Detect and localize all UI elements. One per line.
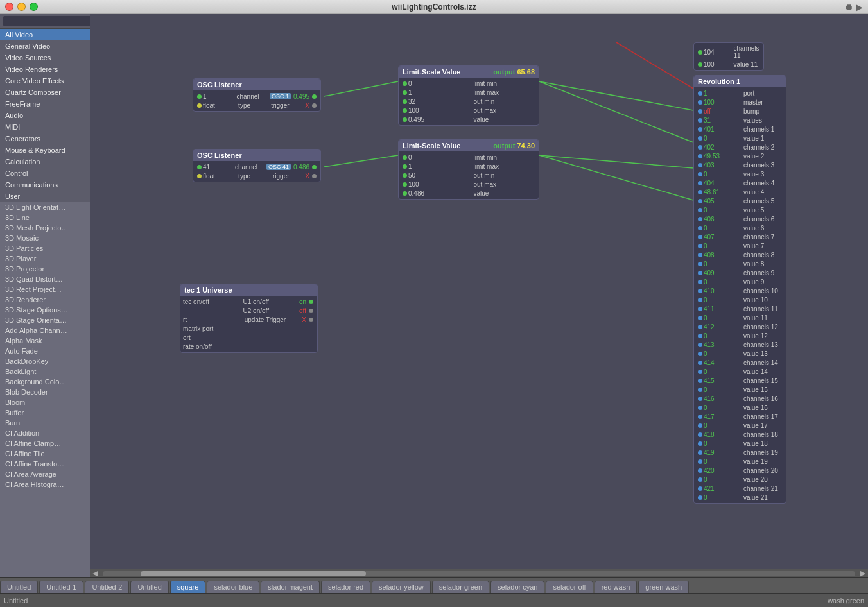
sidebar-item-3d-stage-options[interactable]: 3D Stage Options…	[0, 305, 90, 315]
sidebar-category-core-video-effects[interactable]: Core Video Effects	[0, 75, 90, 87]
port-dot	[698, 334, 702, 338]
tab-selador-red[interactable]: selador red	[321, 581, 370, 593]
sidebar-item-3d-light-orientat[interactable]: 3D Light Orientat…	[0, 202, 90, 212]
sidebar-item-3d-renderer[interactable]: 3D Renderer	[0, 295, 90, 305]
minimize-button[interactable]	[17, 3, 26, 11]
port-dot	[698, 199, 702, 203]
sidebar-item-buffer[interactable]: Buffer	[0, 407, 90, 418]
limit2-row: 0.486 value	[399, 189, 539, 198]
port-dot	[698, 289, 702, 293]
revolution-row: 421 channels 21	[694, 484, 786, 493]
tab-untitled-1[interactable]: Untitled-1	[39, 581, 83, 593]
sidebar-item-ci-affine-transfo[interactable]: CI Affine Transfo…	[0, 459, 90, 469]
revolution-row: 0 value 20	[694, 475, 786, 484]
port-dot	[698, 325, 702, 329]
sidebar-category-video-sources[interactable]: Video Sources	[0, 52, 90, 64]
sidebar-category-communications[interactable]: Communications	[0, 179, 90, 191]
close-button[interactable]	[5, 3, 13, 11]
sidebar-category-mouse-&-keyboard[interactable]: Mouse & Keyboard	[0, 144, 90, 156]
sidebar-category-generators[interactable]: Generators	[0, 133, 90, 144]
tab-slador-magent[interactable]: slador magent	[261, 581, 320, 593]
tab-selador-yellow[interactable]: selador yellow	[372, 581, 431, 593]
tab-green-wash[interactable]: green wash	[638, 581, 689, 593]
sidebar-item-background-colo[interactable]: Background Colo…	[0, 377, 90, 387]
channels-top-node: 104 channels 11 100 value 11	[693, 42, 764, 71]
sidebar-item-3d-mesh-projecto[interactable]: 3D Mesh Projecto…	[0, 223, 90, 233]
sidebar-item-3d-player[interactable]: 3D Player	[0, 253, 90, 264]
sidebar-item-ci-area-histogra[interactable]: CI Area Histogra…	[0, 479, 90, 490]
sidebar-item-ci-affine-tile[interactable]: CI Affine Tile	[0, 449, 90, 459]
svg-line-0	[324, 81, 398, 96]
port-dot-right	[312, 103, 317, 108]
sidebar-item-add-alpha-chann[interactable]: Add Alpha Chann…	[0, 325, 90, 336]
sidebar-item-bloom[interactable]: Bloom	[0, 397, 90, 407]
sidebar-item-ci-area-average[interactable]: CI Area Average	[0, 469, 90, 479]
sidebar-category-all-video[interactable]: All Video	[0, 29, 90, 40]
tab-selador-green[interactable]: selador green	[432, 581, 489, 593]
sidebar-item-3d-projector[interactable]: 3D Projector	[0, 264, 90, 274]
revolution-row: 0 value 1	[694, 133, 786, 142]
sidebar-item-ci-affine-clamp[interactable]: CI Affine Clamp…	[0, 438, 90, 449]
port-dot	[698, 388, 702, 392]
sidebar-category-video-renderers[interactable]: Video Renderers	[0, 64, 90, 75]
tab-untitled-2[interactable]: Untitled-2	[85, 581, 129, 593]
sidebar-category-freeframe[interactable]: FreeFrame	[0, 98, 90, 110]
canvas-hscroll[interactable]: ◀ ▶	[90, 569, 868, 577]
scroll-left-arrow[interactable]: ◀	[90, 569, 100, 577]
search-input[interactable]	[3, 16, 90, 26]
port-dot	[403, 182, 407, 187]
limit2-row: 50 out min	[399, 171, 539, 180]
revolution-row: 0 value 15	[694, 385, 786, 394]
sidebar-item-backlight[interactable]: BackLight	[0, 366, 90, 377]
sidebar-item-alpha-mask[interactable]: Alpha Mask	[0, 336, 90, 346]
play-icon[interactable]: ▶	[856, 2, 863, 12]
scroll-right-arrow[interactable]: ▶	[858, 569, 868, 577]
sidebar-item-3d-stage-orienta[interactable]: 3D Stage Orienta…	[0, 315, 90, 325]
sidebar-item-burn[interactable]: Burn	[0, 418, 90, 428]
osc1-title: OSC Listener	[193, 79, 320, 90]
sidebar: ✕ All VideoGeneral VideoVideo SourcesVid…	[0, 14, 90, 577]
revolution-row: 0 value 8	[694, 259, 786, 268]
limit1-output-label: output 65.68	[493, 68, 535, 76]
port-dot-right	[312, 94, 317, 99]
tab-selador-blue[interactable]: selador blue	[207, 581, 259, 593]
svg-line-5	[539, 81, 693, 110]
revolution-row: 416 channels 16	[694, 394, 786, 403]
sidebar-item-auto-fade[interactable]: Auto Fade	[0, 346, 90, 356]
sidebar-item-3d-line[interactable]: 3D Line	[0, 212, 90, 223]
sidebar-category-quartz-composer[interactable]: Quartz Composer	[0, 87, 90, 98]
sidebar-item-blob-decoder[interactable]: Blob Decoder	[0, 387, 90, 397]
tab-untitled[interactable]: Untitled	[130, 581, 168, 593]
sidebar-category-midi[interactable]: MIDI	[0, 121, 90, 133]
tab-selador-off[interactable]: selador off	[546, 581, 593, 593]
sidebar-item-3d-mosaic[interactable]: 3D Mosaic	[0, 233, 90, 243]
sidebar-category-control[interactable]: Control	[0, 167, 90, 179]
port-dot	[698, 163, 702, 167]
revolution-row: 403 channels 3	[694, 160, 786, 169]
limit1-body: 0 limit min 1 limit max 32 out min 100 o…	[399, 78, 539, 125]
sidebar-item-3d-quad-distort[interactable]: 3D Quad Distort…	[0, 274, 90, 284]
sidebar-item-ci-addition[interactable]: CI Addition	[0, 428, 90, 438]
tab-selador-cyan[interactable]: selador cyan	[490, 581, 544, 593]
maximize-button[interactable]	[30, 3, 38, 11]
revolution-row: 0 value 17	[694, 421, 786, 430]
sidebar-category-general-video[interactable]: General Video	[0, 40, 90, 52]
sidebar-item-backdropkey[interactable]: BackDropKey	[0, 356, 90, 366]
port-dot	[698, 379, 702, 383]
tab-red-wash[interactable]: red wash	[595, 581, 638, 593]
canvas-area[interactable]: 104 channels 11 100 value 11 OSC Listene…	[90, 14, 868, 569]
hscroll-thumb[interactable]	[141, 571, 367, 576]
revolution-row: 0 value 9	[694, 277, 786, 286]
sidebar-category-audio[interactable]: Audio	[0, 110, 90, 121]
tab-square[interactable]: square	[170, 581, 206, 593]
artec-row-3: rt update Trigger X	[180, 315, 317, 324]
revolution-row: 408 channels 8	[694, 250, 786, 259]
tab-untitled[interactable]: Untitled	[0, 581, 38, 593]
sidebar-item-3d-particles[interactable]: 3D Particles	[0, 243, 90, 253]
sidebar-category-calculation[interactable]: Calculation	[0, 156, 90, 167]
record-icon[interactable]: ⏺	[844, 2, 853, 12]
revolution-row: 0 value 10	[694, 295, 786, 304]
sidebar-category-user[interactable]: User	[0, 191, 90, 202]
revolution-row: 0 value 13	[694, 349, 786, 358]
sidebar-item-3d-rect-project[interactable]: 3D Rect Project…	[0, 284, 90, 295]
